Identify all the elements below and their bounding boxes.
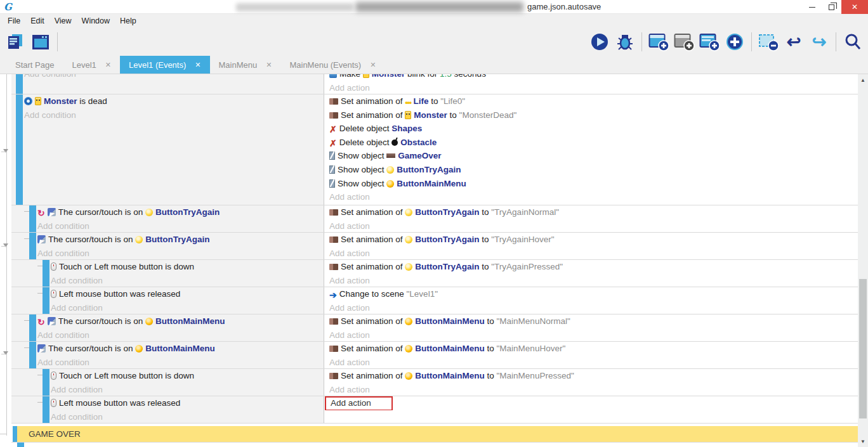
tree-collapse-icon[interactable]: [3, 149, 8, 153]
add-action-link[interactable]: Add action: [324, 301, 858, 314]
tab-mainmenu[interactable]: MainMenu✕: [210, 56, 281, 74]
tab-close-icon[interactable]: ✕: [105, 61, 111, 69]
add-action-link[interactable]: Add action: [324, 81, 858, 94]
action-line[interactable]: Delete object Obstacle: [324, 136, 858, 150]
action-line[interactable]: Delete object Shapes: [324, 122, 858, 136]
conditions-cell[interactable]: Touch or Left mouse button is downAdd co…: [11, 369, 324, 396]
add-condition-link[interactable]: Add condition: [37, 356, 324, 368]
action-line[interactable]: Show object GameOver: [324, 149, 858, 163]
search-button[interactable]: [841, 31, 864, 53]
add-object-button[interactable]: [723, 31, 746, 53]
condition-line[interactable]: The cursor/touch is on ButtonTryAgain: [37, 233, 324, 247]
add-action-link[interactable]: Add action: [324, 396, 858, 410]
action-line[interactable]: Set animation of ButtonMainMenu to "Main…: [324, 314, 858, 328]
event-grip[interactable]: [13, 426, 17, 442]
add-condition-link[interactable]: Add condition: [51, 410, 324, 423]
add-action-link[interactable]: Add action: [324, 328, 858, 341]
action-line[interactable]: Set animation of Monster to "MonsterDead…: [324, 108, 858, 122]
conditions-cell[interactable]: Left mouse button was releasedAdd condit…: [11, 287, 324, 314]
condition-line[interactable]: Touch or Left mouse button is down: [51, 369, 324, 383]
scroll-down-icon[interactable]: ▼: [858, 437, 868, 446]
minimize-button[interactable]: [802, 0, 822, 14]
condition-line[interactable]: Left mouse button was released: [51, 396, 324, 410]
action-line[interactable]: Set animation of ButtonMainMenu to "Main…: [324, 369, 858, 383]
comment-row[interactable]: GAME OVER: [11, 426, 858, 443]
tab-close-icon[interactable]: ✕: [195, 61, 201, 69]
action-line[interactable]: Set animation of ButtonTryAgain to "TryA…: [324, 205, 858, 219]
redo-button[interactable]: ↪: [808, 31, 831, 53]
menu-view[interactable]: View: [49, 15, 77, 27]
menu-file[interactable]: File: [3, 15, 25, 27]
action-line[interactable]: Set animation of Life to "Life0": [324, 94, 858, 108]
add-action-link[interactable]: Add action: [324, 274, 858, 287]
event-grip[interactable]: [16, 74, 23, 94]
action-line[interactable]: Change to scene "Level1": [324, 287, 858, 301]
add-external-layout-button[interactable]: [698, 31, 721, 53]
menu-window[interactable]: Window: [77, 15, 115, 27]
actions-cell[interactable]: Set animation of Life to "Life0"Set anim…: [324, 94, 858, 205]
event-grip[interactable]: [29, 233, 36, 259]
event-grip[interactable]: [43, 287, 49, 314]
add-condition-link[interactable]: Add condition: [37, 247, 324, 259]
actions-cell[interactable]: Change to scene "Level1"Add action: [324, 287, 858, 314]
actions-cell[interactable]: Make Monster blink for 1.5 secondsAdd ac…: [324, 74, 858, 94]
conditions-cell[interactable]: Left mouse button was releasedAdd condit…: [11, 396, 324, 423]
undo-button[interactable]: ↩: [782, 31, 805, 53]
condition-line[interactable]: The cursor/touch is on ButtonTryAgain: [37, 205, 324, 219]
condition-line[interactable]: Touch or Left mouse button is down: [51, 260, 324, 274]
add-scene-button[interactable]: [647, 31, 670, 53]
event-grip[interactable]: [43, 369, 49, 396]
event-grip[interactable]: [29, 205, 36, 232]
event-grip[interactable]: [16, 94, 23, 205]
event-grip[interactable]: [29, 342, 36, 368]
tab-level1-events[interactable]: Level1 (Events)✕: [120, 56, 210, 74]
add-action-link[interactable]: Add action: [324, 219, 858, 232]
action-line[interactable]: Set animation of ButtonTryAgain to "TryA…: [324, 260, 858, 274]
add-action-link[interactable]: Add action: [324, 383, 858, 396]
menu-edit[interactable]: Edit: [25, 15, 49, 27]
actions-cell[interactable]: Set animation of ButtonMainMenu to "Main…: [324, 342, 858, 368]
vertical-scrollbar[interactable]: ▲ ▼: [858, 74, 868, 447]
conditions-cell[interactable]: The cursor/touch is on ButtonTryAgainAdd…: [11, 205, 324, 232]
actions-cell[interactable]: Add action: [324, 396, 858, 423]
action-line[interactable]: Show object ButtonMainMenu: [324, 177, 858, 191]
conditions-cell[interactable]: The cursor/touch is on ButtonMainMenuAdd…: [11, 314, 324, 341]
maximize-button[interactable]: [822, 0, 841, 14]
play-button[interactable]: [588, 31, 611, 53]
scroll-up-icon[interactable]: ▲: [858, 75, 868, 84]
add-condition-link[interactable]: Add condition: [51, 383, 324, 396]
actions-cell[interactable]: Set animation of ButtonTryAgain to "TryA…: [324, 205, 858, 232]
actions-cell[interactable]: Set animation of ButtonMainMenu to "Main…: [324, 314, 858, 341]
debug-button[interactable]: [614, 31, 636, 53]
event-grip[interactable]: [29, 314, 36, 341]
add-condition-link[interactable]: Add condition: [51, 274, 324, 287]
tab-start-page[interactable]: Start Page: [6, 56, 63, 74]
condition-line[interactable]: Left mouse button was released: [51, 287, 324, 301]
tree-collapse-icon[interactable]: [3, 243, 8, 247]
actions-cell[interactable]: Set animation of ButtonMainMenu to "Main…: [324, 369, 858, 396]
scrollbar-thumb[interactable]: [859, 279, 867, 418]
action-line[interactable]: Show object ButtonTryAgain: [324, 163, 858, 177]
add-action-link[interactable]: Add action: [324, 247, 858, 259]
tab-mainmenu-events[interactable]: MainMenu (Events)✕: [280, 56, 385, 74]
event-grip[interactable]: [43, 260, 49, 287]
project-manager-button[interactable]: [4, 31, 27, 53]
conditions-cell[interactable]: The cursor/touch is on ButtonMainMenuAdd…: [11, 342, 324, 368]
comment-text[interactable]: GAME OVER: [17, 426, 858, 442]
conditions-cell[interactable]: Touch or Left mouse button is downAdd co…: [11, 260, 324, 287]
condition-line[interactable]: The cursor/touch is on ButtonMainMenu: [37, 342, 324, 356]
add-external-events-button[interactable]: [673, 31, 695, 53]
condition-line[interactable]: Monster is dead: [24, 94, 324, 108]
add-action-link[interactable]: Add action: [324, 190, 858, 204]
conditions-cell[interactable]: Add condition: [11, 74, 324, 94]
actions-cell[interactable]: Set animation of ButtonTryAgain to "TryA…: [324, 233, 858, 259]
conditions-cell[interactable]: Monster is deadAdd condition: [11, 94, 324, 205]
add-condition-link[interactable]: Add condition: [24, 108, 324, 122]
conditions-cell[interactable]: The cursor/touch is on ButtonTryAgainAdd…: [11, 233, 324, 259]
tab-close-icon[interactable]: ✕: [370, 61, 376, 69]
open-window-button[interactable]: [29, 31, 52, 53]
action-line[interactable]: Set animation of ButtonMainMenu to "Main…: [324, 342, 858, 356]
tab-level1[interactable]: Level1✕: [63, 56, 120, 74]
action-line[interactable]: Set animation of ButtonTryAgain to "TryA…: [324, 233, 858, 247]
add-action-link[interactable]: Add action: [324, 356, 858, 368]
